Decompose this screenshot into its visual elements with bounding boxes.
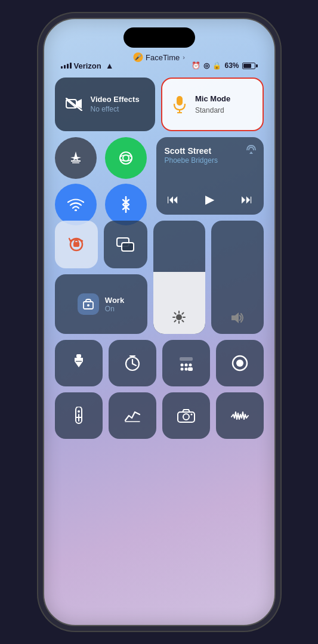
sliders-col bbox=[153, 221, 264, 334]
svg-marker-12 bbox=[249, 151, 253, 154]
svg-line-26 bbox=[183, 320, 184, 321]
metrics-tile[interactable] bbox=[109, 392, 156, 439]
row-top: Video Effects No effect Mic Mode Standar… bbox=[55, 78, 264, 131]
battery-tip bbox=[256, 64, 258, 67]
airplay-icon[interactable] bbox=[246, 143, 257, 156]
brightness-icon bbox=[172, 311, 186, 327]
svg-point-37 bbox=[184, 364, 187, 367]
status-left: Verizon ▲ bbox=[61, 61, 114, 70]
volume-slider[interactable] bbox=[211, 221, 264, 334]
svg-point-40 bbox=[184, 368, 187, 371]
battery-fill bbox=[243, 64, 251, 68]
wifi-toggle[interactable] bbox=[55, 184, 97, 225]
volume-icon bbox=[230, 311, 245, 327]
svg-rect-15 bbox=[75, 240, 78, 243]
video-effects-sublabel: No effect bbox=[91, 105, 140, 114]
work-on-tile[interactable]: Work On bbox=[55, 274, 147, 334]
bluetooth-toggle[interactable] bbox=[105, 184, 147, 225]
svg-rect-4 bbox=[177, 96, 183, 106]
facetime-chevron: › bbox=[183, 54, 185, 61]
mic-mode-label: Mic Mode bbox=[195, 94, 230, 103]
facetime-mic-icon: 🎤 bbox=[133, 52, 143, 62]
phone-shell: 🎤 FaceTime › Verizon ▲ ⏰ ◎ 🔒 63% bbox=[43, 18, 276, 626]
signal-bar-3 bbox=[67, 64, 69, 69]
facetime-label: FaceTime bbox=[146, 53, 180, 62]
forward-button[interactable]: ⏭ bbox=[241, 193, 253, 206]
work-text: Work On bbox=[105, 296, 124, 313]
svg-point-9 bbox=[120, 155, 132, 161]
signal-bar-1 bbox=[61, 66, 63, 69]
svg-point-8 bbox=[123, 155, 129, 161]
svg-point-51 bbox=[190, 414, 192, 416]
video-effects-text: Video Effects No effect bbox=[91, 95, 140, 114]
svg-marker-29 bbox=[231, 312, 239, 323]
svg-line-33 bbox=[132, 364, 136, 366]
svg-point-39 bbox=[180, 368, 183, 371]
control-center: Video Effects No effect Mic Mode Standar… bbox=[55, 78, 264, 607]
lock-icon-status: 🔒 bbox=[212, 61, 221, 70]
svg-point-50 bbox=[183, 414, 189, 420]
lock-mirror-row bbox=[55, 221, 147, 268]
brightness-slider[interactable] bbox=[153, 221, 206, 334]
svg-rect-41 bbox=[188, 367, 193, 371]
status-right: ⏰ ◎ 🔒 63% bbox=[192, 61, 257, 70]
media-info: Scott Street Phoebe Bridgers bbox=[165, 145, 255, 165]
cellular-toggle[interactable] bbox=[105, 137, 147, 179]
location-icon: ◎ bbox=[203, 61, 209, 70]
media-artist: Phoebe Bridgers bbox=[165, 156, 255, 165]
work-sublabel: On bbox=[105, 305, 124, 313]
svg-point-38 bbox=[189, 364, 192, 367]
play-button[interactable]: ▶ bbox=[205, 192, 214, 206]
calculator-tile[interactable] bbox=[162, 340, 210, 386]
svg-point-10 bbox=[75, 209, 77, 211]
video-effects-icon bbox=[63, 94, 85, 115]
rewind-button[interactable]: ⏮ bbox=[167, 193, 179, 206]
svg-point-43 bbox=[236, 360, 243, 367]
dynamic-island bbox=[124, 27, 195, 48]
svg-rect-35 bbox=[180, 357, 193, 361]
svg-line-25 bbox=[175, 313, 176, 314]
signal-bar-2 bbox=[64, 65, 66, 69]
airplane-mode-toggle[interactable] bbox=[55, 137, 97, 179]
toggles-grid bbox=[55, 137, 150, 215]
mic-mode-text: Mic Mode Standard bbox=[195, 93, 254, 115]
svg-point-36 bbox=[180, 364, 183, 367]
battery-body bbox=[242, 63, 255, 69]
icon-row-1 bbox=[55, 340, 264, 386]
icon-row-2 bbox=[55, 392, 264, 439]
work-label: Work bbox=[105, 296, 124, 305]
svg-point-20 bbox=[176, 314, 182, 320]
mic-mode-tile[interactable]: Mic Mode Standard bbox=[161, 78, 264, 131]
row-mid: Work On bbox=[55, 221, 264, 334]
signal-bar-4 bbox=[70, 63, 72, 69]
screen-record-tile[interactable] bbox=[216, 340, 264, 386]
mic-mode-icon bbox=[171, 94, 190, 115]
svg-rect-17 bbox=[122, 243, 134, 251]
alarm-icon: ⏰ bbox=[192, 61, 200, 70]
svg-point-7 bbox=[120, 152, 132, 164]
rotation-lock-tile[interactable] bbox=[55, 221, 98, 268]
video-effects-label: Video Effects bbox=[91, 95, 140, 105]
battery-percent: 63% bbox=[224, 61, 239, 70]
battery-icon bbox=[242, 63, 258, 69]
mic-mode-sublabel: Standard bbox=[195, 106, 224, 114]
remote-tile[interactable] bbox=[55, 392, 103, 439]
carrier-label: Verizon bbox=[74, 61, 101, 70]
svg-rect-30 bbox=[76, 354, 81, 358]
media-tile[interactable]: Scott Street Phoebe Bridgers ⏮ ▶ ⏭ bbox=[156, 137, 264, 215]
voice-memos-tile[interactable] bbox=[216, 392, 264, 439]
media-controls: ⏮ ▶ ⏭ bbox=[165, 192, 255, 206]
facetime-bar[interactable]: 🎤 FaceTime › bbox=[133, 52, 185, 62]
flashlight-tile[interactable] bbox=[55, 340, 103, 386]
camera-tile[interactable] bbox=[162, 392, 210, 439]
svg-point-19 bbox=[87, 304, 89, 306]
screen-mirror-tile[interactable] bbox=[104, 221, 147, 268]
left-col: Work On bbox=[55, 221, 147, 334]
wifi-icon: ▲ bbox=[106, 61, 114, 70]
video-effects-tile[interactable]: Video Effects No effect bbox=[55, 78, 155, 131]
timer-tile[interactable] bbox=[109, 340, 156, 386]
signal-bars bbox=[61, 63, 72, 69]
svg-line-1 bbox=[66, 100, 76, 108]
row-toggles-media: Scott Street Phoebe Bridgers ⏮ ▶ ⏭ bbox=[55, 137, 264, 215]
svg-point-45 bbox=[78, 410, 80, 413]
